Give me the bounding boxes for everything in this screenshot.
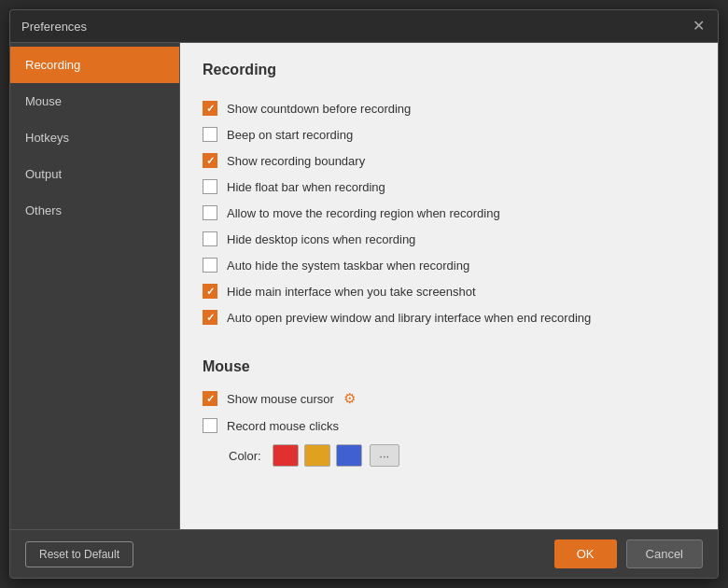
option-label-auto_hide_taskbar: Auto hide the system taskbar when record… (227, 259, 469, 273)
option-label-hide_main_interface: Hide main interface when you take screen… (227, 285, 476, 299)
sidebar-item-output[interactable]: Output (10, 156, 179, 192)
color-swatch-0[interactable] (273, 444, 299, 467)
checkbox-hide_desktop_icons[interactable] (203, 231, 217, 246)
recording-options: Show countdown before recordingBeep on s… (203, 101, 695, 325)
color-swatches (273, 444, 362, 467)
option-row-show_boundary: Show recording boundary (203, 153, 695, 168)
checkbox-auto_open_preview[interactable] (203, 310, 217, 325)
reset-button[interactable]: Reset to Default (25, 541, 133, 567)
footer-right: OK Cancel (554, 539, 703, 568)
sidebar-item-mouse[interactable]: Mouse (10, 83, 179, 119)
option-row-allow_move_region: Allow to move the recording region when … (203, 205, 695, 220)
title-bar: Preferences ✕ (10, 10, 718, 43)
checkbox-record_clicks[interactable] (203, 418, 217, 433)
checkbox-auto_hide_taskbar[interactable] (203, 258, 217, 273)
mouse-section-title: Mouse (203, 358, 695, 375)
sidebar: RecordingMouseHotkeysOutputOthers (10, 43, 180, 529)
checkbox-hide_float_bar[interactable] (203, 179, 217, 194)
color-swatch-1[interactable] (304, 444, 330, 467)
gear-icon[interactable]: ⚙ (343, 390, 356, 407)
checkbox-show_cursor[interactable] (203, 391, 217, 406)
option-row-hide_main_interface: Hide main interface when you take screen… (203, 284, 695, 299)
option-row-hide_desktop_icons: Hide desktop icons when recording (203, 231, 695, 246)
preferences-dialog: Preferences ✕ RecordingMouseHotkeysOutpu… (9, 9, 719, 579)
option-label-allow_move_region: Allow to move the recording region when … (227, 206, 500, 220)
ok-button[interactable]: OK (554, 539, 617, 568)
option-label-auto_open_preview: Auto open preview window and library int… (227, 311, 591, 325)
option-row-beep_start: Beep on start recording (203, 127, 695, 142)
close-button[interactable]: ✕ (690, 18, 707, 35)
content-area: RecordingMouseHotkeysOutputOthers Record… (10, 43, 718, 529)
option-label-record_clicks: Record mouse clicks (227, 419, 339, 433)
option-row-auto_hide_taskbar: Auto hide the system taskbar when record… (203, 258, 695, 273)
sidebar-item-hotkeys[interactable]: Hotkeys (10, 119, 179, 156)
recording-section-title: Recording (203, 62, 695, 86)
color-label: Color: (229, 449, 261, 463)
option-row-hide_float_bar: Hide float bar when recording (203, 179, 695, 194)
option-label-hide_desktop_icons: Hide desktop icons when recording (227, 232, 415, 246)
checkbox-show_countdown[interactable] (203, 101, 217, 116)
checkbox-beep_start[interactable] (203, 127, 217, 142)
color-more-button[interactable]: ··· (370, 444, 399, 467)
dialog-title: Preferences (21, 20, 87, 34)
checkbox-allow_move_region[interactable] (203, 205, 217, 220)
option-label-show_countdown: Show countdown before recording (227, 102, 411, 116)
main-panel: Recording Show countdown before recordin… (180, 43, 718, 529)
checkbox-hide_main_interface[interactable] (203, 284, 217, 299)
option-label-hide_float_bar: Hide float bar when recording (227, 180, 385, 194)
option-row-show_cursor: Show mouse cursor⚙ (203, 390, 695, 407)
option-label-show_boundary: Show recording boundary (227, 154, 365, 168)
footer: Reset to Default OK Cancel (10, 529, 718, 578)
option-row-show_countdown: Show countdown before recording (203, 101, 695, 116)
color-swatch-2[interactable] (336, 444, 362, 467)
checkbox-show_boundary[interactable] (203, 153, 217, 168)
sidebar-item-others[interactable]: Others (10, 192, 179, 229)
option-label-beep_start: Beep on start recording (227, 128, 353, 142)
color-row: Color: ··· (229, 444, 695, 467)
cancel-button[interactable]: Cancel (626, 539, 703, 568)
sidebar-item-recording[interactable]: Recording (10, 47, 179, 83)
mouse-options: Show mouse cursor⚙Record mouse clicks (203, 390, 695, 433)
option-row-auto_open_preview: Auto open preview window and library int… (203, 310, 695, 325)
option-row-record_clicks: Record mouse clicks (203, 418, 695, 433)
option-label-show_cursor: Show mouse cursor (227, 392, 334, 406)
